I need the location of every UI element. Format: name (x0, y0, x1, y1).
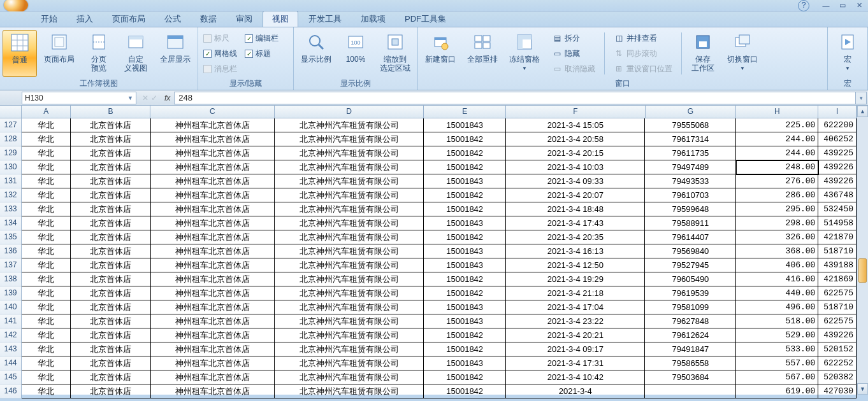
cell[interactable]: 79581099 (645, 300, 736, 314)
row-header[interactable]: 146 (0, 384, 22, 398)
cell[interactable]: 北京首体店 (71, 286, 150, 300)
ribbon-tab-1[interactable]: 插入 (68, 11, 102, 27)
cell[interactable]: 神州租车北京首体店 (151, 202, 275, 216)
cell[interactable]: 北京首体店 (71, 202, 150, 216)
cell[interactable]: 北京神州汽车租赁有限公司 (275, 118, 424, 132)
cells-area[interactable]: 华北北京首体店神州租车北京首体店北京神州汽车租赁有限公司150018432021… (22, 118, 857, 398)
fullscreen-button[interactable]: 全屏显示 (156, 30, 195, 77)
cell[interactable]: 619.00 (736, 384, 818, 398)
cell[interactable]: 华北 (22, 300, 71, 314)
cell[interactable]: 2021-3-4 19:29 (506, 272, 645, 286)
cell[interactable]: 北京首体店 (71, 328, 150, 342)
cell[interactable]: 华北 (22, 216, 71, 230)
cell[interactable]: 北京首体店 (71, 188, 150, 202)
cell[interactable]: 15001842 (424, 328, 506, 342)
cell[interactable]: 514958 (818, 216, 857, 230)
cell[interactable]: 79527945 (645, 258, 736, 272)
cell[interactable]: 79619539 (645, 286, 736, 300)
cell[interactable]: 北京神州汽车租赁有限公司 (275, 258, 424, 272)
cell[interactable]: 622252 (818, 356, 857, 370)
cell[interactable]: 神州租车北京首体店 (151, 342, 275, 356)
cell[interactable]: 2021-3-4 20:35 (506, 230, 645, 244)
scroll-up-button[interactable]: ▲ (857, 106, 868, 117)
row-header[interactable]: 141 (0, 314, 22, 328)
cell[interactable]: 华北 (22, 356, 71, 370)
cell[interactable]: 北京神州汽车租赁有限公司 (275, 328, 424, 342)
switch-windows-button[interactable]: 切换窗口 ▼ (723, 30, 762, 77)
cell[interactable]: 神州租车北京首体店 (151, 258, 275, 272)
cell[interactable]: 295.00 (736, 202, 818, 216)
column-header-I[interactable]: I (818, 106, 857, 118)
cell[interactable]: 276.00 (736, 174, 818, 188)
cell[interactable]: 华北 (22, 342, 71, 356)
macros-button[interactable]: 宏 ▼ (830, 30, 865, 77)
cell[interactable]: 286.00 (736, 188, 818, 202)
cell[interactable]: 15001842 (424, 286, 506, 300)
cell[interactable]: 北京神州汽车租赁有限公司 (275, 314, 424, 328)
cell[interactable]: 北京首体店 (71, 216, 150, 230)
cell[interactable]: 520152 (818, 342, 857, 356)
cell[interactable]: 15001843 (424, 300, 506, 314)
cell[interactable]: 79612624 (645, 328, 736, 342)
cell[interactable]: 557.00 (736, 356, 818, 370)
page-layout-button[interactable]: 页面布局 (40, 30, 79, 77)
cell[interactable] (645, 384, 736, 398)
column-header-A[interactable]: A (22, 106, 71, 118)
cell[interactable]: 2021-3-4 23:22 (506, 314, 645, 328)
cell[interactable]: 421870 (818, 230, 857, 244)
cell[interactable]: 北京首体店 (71, 146, 150, 160)
cell[interactable]: 520382 (818, 370, 857, 384)
cell[interactable]: 2021-3-4 09:33 (506, 174, 645, 188)
cell[interactable]: 79605490 (645, 272, 736, 286)
cell[interactable]: 518.00 (736, 314, 818, 328)
cell[interactable]: 439226 (818, 174, 857, 188)
row-header[interactable]: 127 (0, 118, 22, 132)
cell[interactable]: 华北 (22, 328, 71, 342)
cell[interactable]: 神州租车北京首体店 (151, 272, 275, 286)
cell[interactable]: 79599648 (645, 202, 736, 216)
cell[interactable]: 79611735 (645, 146, 736, 160)
cell[interactable]: 2021-3-4 10:42 (506, 370, 645, 384)
cell[interactable]: 79569840 (645, 244, 736, 258)
cell[interactable]: 北京神州汽车租赁有限公司 (275, 272, 424, 286)
fx-icon[interactable]: fx (164, 94, 170, 102)
cell[interactable]: 622575 (818, 286, 857, 300)
cell[interactable]: 北京神州汽车租赁有限公司 (275, 286, 424, 300)
cell[interactable]: 416.00 (736, 272, 818, 286)
cell[interactable]: 436748 (818, 188, 857, 202)
cell[interactable]: 北京首体店 (71, 272, 150, 286)
cell[interactable]: 2021-3-4 15:05 (506, 118, 645, 132)
cell[interactable]: 2021-3-4 17:04 (506, 300, 645, 314)
column-header-B[interactable]: B (71, 106, 150, 118)
cell[interactable]: 439226 (818, 328, 857, 342)
cell[interactable]: 神州租车北京首体店 (151, 286, 275, 300)
cell[interactable]: 华北 (22, 230, 71, 244)
cell[interactable]: 2021-3-4 20:58 (506, 132, 645, 146)
cell[interactable]: 622575 (818, 314, 857, 328)
cell[interactable]: 北京神州汽车租赁有限公司 (275, 300, 424, 314)
cell[interactable]: 北京首体店 (71, 314, 150, 328)
cell[interactable]: 368.00 (736, 244, 818, 258)
cell[interactable]: 北京神州汽车租赁有限公司 (275, 132, 424, 146)
cell[interactable]: 北京首体店 (71, 230, 150, 244)
cell[interactable]: 2021-3-4 18:48 (506, 202, 645, 216)
cell[interactable]: 华北 (22, 370, 71, 384)
row-header[interactable]: 140 (0, 300, 22, 314)
save-workspace-button[interactable]: 保存 工作区 (686, 30, 720, 77)
cell[interactable]: 北京首体店 (71, 356, 150, 370)
select-all-corner[interactable] (0, 106, 22, 118)
close-button[interactable]: ✕ (853, 1, 865, 10)
new-window-button[interactable]: 新建窗口 (421, 30, 460, 77)
cell[interactable]: 79588911 (645, 216, 736, 230)
cell[interactable]: 496.00 (736, 300, 818, 314)
row-header[interactable]: 142 (0, 328, 22, 342)
column-header-F[interactable]: F (506, 106, 645, 118)
cell[interactable]: 2021-3-4 09:17 (506, 342, 645, 356)
cell[interactable]: 79503684 (645, 370, 736, 384)
cell[interactable]: 华北 (22, 160, 71, 174)
cell[interactable]: 华北 (22, 188, 71, 202)
ribbon-tab-4[interactable]: 数据 (191, 11, 226, 27)
row-header[interactable]: 139 (0, 286, 22, 300)
cell[interactable]: 北京首体店 (71, 244, 150, 258)
cell[interactable]: 440.00 (736, 286, 818, 300)
